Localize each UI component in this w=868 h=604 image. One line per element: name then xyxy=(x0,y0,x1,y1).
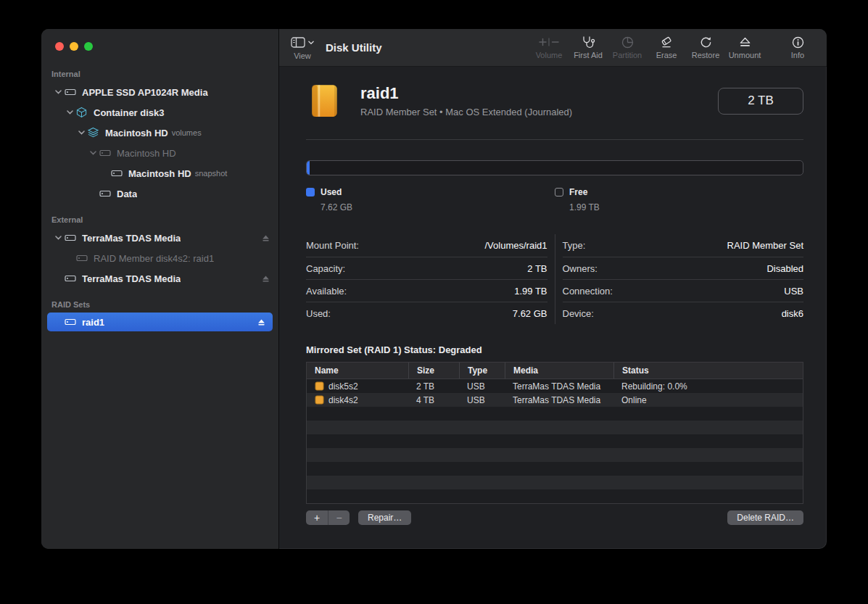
drive-icon xyxy=(76,252,88,264)
sidebar-section-external: External xyxy=(41,215,278,224)
member-drive-icon xyxy=(315,381,324,391)
column-header-media[interactable]: Media xyxy=(505,363,613,378)
capacity-badge: 2 TB xyxy=(718,88,803,115)
sidebar-item-label: RAID Member disk4s2: raid1 xyxy=(94,253,214,264)
sidebar-item-apple-ssd[interactable]: APPLE SSD AP1024R Media xyxy=(41,82,278,102)
member-status: Online xyxy=(613,395,803,405)
remove-member-button[interactable]: − xyxy=(328,510,350,525)
sidebar-item-label: Data xyxy=(117,189,137,199)
device-header: raid1 RAID Member Set • Mac OS Extended … xyxy=(306,83,803,119)
device-title-block: raid1 RAID Member Set • Mac OS Extended … xyxy=(360,84,572,117)
empty-table-row xyxy=(307,407,803,421)
used-value: 7.62 GB xyxy=(321,202,555,212)
column-header-type[interactable]: Type xyxy=(459,363,505,378)
sidebar-item-macintosh-hd-snapshot[interactable]: Macintosh HD snapshot xyxy=(41,163,278,183)
detail-row: Owners: Disabled xyxy=(563,257,804,279)
sidebar-item-label: Container disk3 xyxy=(94,107,165,118)
sidebar-item-macintosh-hd-dimmed[interactable]: Macintosh HD xyxy=(41,143,278,163)
column-header-status[interactable]: Status xyxy=(613,363,803,378)
view-label: View xyxy=(294,51,311,60)
table-body: disk5s2 2 TB USB TerraMas TDAS Media Reb… xyxy=(307,379,803,503)
free-value: 1.99 TB xyxy=(569,202,803,212)
device-name: raid1 xyxy=(360,84,572,102)
sidebar-item-macintosh-hd-volume[interactable]: Macintosh HD volumes xyxy=(41,123,278,143)
repair-button[interactable]: Repair… xyxy=(358,510,411,525)
table-row[interactable]: disk4s2 4 TB USB TerraMas TDAS Media Onl… xyxy=(307,393,803,407)
usage-bar xyxy=(306,160,803,175)
disclosure-chevron-icon[interactable] xyxy=(86,151,99,155)
disclosure-chevron-icon[interactable] xyxy=(51,90,65,94)
disclosure-chevron-icon[interactable] xyxy=(51,236,65,240)
first-aid-button[interactable]: First Aid xyxy=(569,36,608,59)
main-pane: View Disk Utility Volume First Aid xyxy=(279,29,827,549)
unmount-button[interactable]: Unmount xyxy=(725,36,764,59)
sidebar-item-terramas-1[interactable]: TerraMas TDAS Media xyxy=(41,228,278,248)
erase-button[interactable]: Erase xyxy=(647,36,686,59)
details-grid: Mount Point: /Volumes/raid1 Capacity: 2 … xyxy=(306,234,803,324)
sidebar-item-data[interactable]: Data xyxy=(41,183,278,204)
sidebar-item-suffix: snapshot xyxy=(195,169,228,178)
sidebar-view-icon xyxy=(291,37,305,48)
empty-table-row xyxy=(307,448,803,462)
empty-table-row xyxy=(307,434,803,448)
drive-icon xyxy=(99,188,112,199)
details-right-column: Type: RAID Member Set Owners: Disabled C… xyxy=(563,234,804,324)
external-drive-icon xyxy=(65,232,77,244)
sidebar-item-label: TerraMas TDAS Media xyxy=(82,273,181,284)
add-remove-segmented-control: + − xyxy=(306,510,350,525)
disclosure-chevron-icon[interactable] xyxy=(63,110,76,115)
delete-raid-button[interactable]: Delete RAID… xyxy=(727,510,803,525)
view-menu-button[interactable]: View xyxy=(291,35,314,60)
table-header: Name Size Type Media Status xyxy=(307,363,803,379)
eject-icon[interactable] xyxy=(262,234,270,242)
detail-row: Connection: USB xyxy=(563,279,804,302)
device-subtitle: RAID Member Set • Mac OS Extended (Journ… xyxy=(360,107,572,117)
details-vertical-divider xyxy=(555,234,555,324)
empty-table-row xyxy=(307,421,803,434)
column-header-size[interactable]: Size xyxy=(408,363,459,378)
drive-icon xyxy=(111,167,123,179)
window-controls xyxy=(41,42,278,51)
used-swatch xyxy=(306,188,315,196)
partition-button: Partition xyxy=(608,36,647,59)
column-header-name[interactable]: Name xyxy=(307,363,408,378)
volume-add-remove-icon xyxy=(539,36,559,49)
sidebar-item-raid1-selected[interactable]: raid1 xyxy=(47,313,273,331)
disk-utility-window: Internal APPLE SSD AP1024R Media Contain… xyxy=(41,29,827,549)
details-left-column: Mount Point: /Volumes/raid1 Capacity: 2 … xyxy=(306,234,547,324)
table-footer: + − Repair… Delete RAID… xyxy=(306,510,803,525)
close-window-button[interactable] xyxy=(55,42,64,51)
sidebar-item-label: Macintosh HD xyxy=(117,148,176,159)
external-drive-icon xyxy=(65,273,77,284)
volume-button: Volume xyxy=(529,36,569,59)
member-status: Rebuilding: 0.0% xyxy=(613,381,803,392)
minimize-window-button[interactable] xyxy=(70,42,78,51)
empty-table-row xyxy=(307,476,803,489)
raid-members-table: Name Size Type Media Status disk5s2 xyxy=(306,362,803,504)
sidebar-item-terramas-2[interactable]: TerraMas TDAS Media xyxy=(41,268,278,289)
detail-row: Device: disk6 xyxy=(563,302,804,324)
disclosure-chevron-icon[interactable] xyxy=(75,131,88,135)
sidebar-section-raid-sets: RAID Sets xyxy=(41,300,278,309)
zoom-window-button[interactable] xyxy=(84,42,93,51)
container-icon xyxy=(76,107,88,118)
toolbar: View Disk Utility Volume First Aid xyxy=(279,29,827,67)
eject-icon[interactable] xyxy=(257,318,265,326)
info-button[interactable]: Info xyxy=(783,36,812,59)
restore-button[interactable]: Restore xyxy=(686,36,725,59)
legend-free: Free 1.99 TB xyxy=(555,187,803,212)
unmount-icon xyxy=(739,36,751,49)
sidebar-item-raid-member-disk4s2[interactable]: RAID Member disk4s2: raid1 xyxy=(41,248,278,268)
table-row[interactable]: disk5s2 2 TB USB TerraMas TDAS Media Reb… xyxy=(307,379,803,393)
info-icon xyxy=(792,36,804,49)
empty-table-row xyxy=(307,462,803,476)
sidebar-item-label: raid1 xyxy=(82,317,104,328)
free-swatch xyxy=(555,188,563,196)
eject-icon[interactable] xyxy=(262,275,270,283)
usage-legend: Used 7.62 GB Free 1.99 TB xyxy=(306,187,803,212)
add-member-button[interactable]: + xyxy=(306,510,328,525)
empty-table-row xyxy=(307,489,803,503)
sidebar-item-container-disk3[interactable]: Container disk3 xyxy=(41,102,278,123)
sidebar-item-label: Macintosh HD xyxy=(128,168,191,179)
member-drive-icon xyxy=(315,395,324,405)
